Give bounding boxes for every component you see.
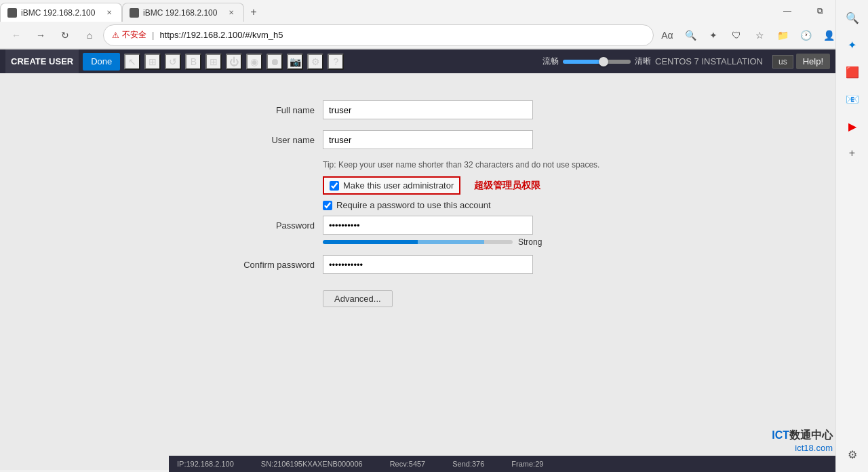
cursor-icon[interactable]: ↖ bbox=[124, 54, 140, 70]
lang-button[interactable]: us bbox=[772, 55, 793, 68]
tab-bar-row: iBMC 192.168.2.100 ✕ iBMC 192.168.2.100 … bbox=[0, 0, 868, 22]
quality-label-left: 流畅 bbox=[542, 56, 559, 67]
username-tip: Tip: Keep your user name shorter than 32… bbox=[323, 160, 608, 170]
tabs-container: iBMC 192.168.2.100 ✕ iBMC 192.168.2.100 … bbox=[0, 0, 772, 22]
watermark-rest-text: 数通中心 bbox=[789, 429, 833, 441]
full-name-input[interactable] bbox=[323, 100, 533, 119]
forward-button[interactable]: → bbox=[30, 24, 52, 46]
watermark-line1: ICT数通中心 bbox=[772, 429, 833, 443]
sidebar-add-icon[interactable]: + bbox=[840, 141, 865, 165]
user-name-row: User name bbox=[228, 130, 608, 149]
user-name-input[interactable] bbox=[323, 130, 533, 149]
reload-button[interactable]: ↻ bbox=[54, 24, 76, 46]
history-button[interactable]: 🕐 bbox=[795, 24, 816, 46]
full-name-label: Full name bbox=[228, 105, 323, 115]
tab-close-2[interactable]: ✕ bbox=[226, 7, 237, 18]
advanced-button[interactable]: Advanced... bbox=[323, 290, 393, 307]
confirm-password-row: Confirm password bbox=[228, 255, 608, 274]
admin-checkbox[interactable] bbox=[330, 181, 339, 191]
watermark: ICT数通中心 ict18.com bbox=[772, 429, 833, 453]
favorites-button[interactable]: ☆ bbox=[749, 24, 770, 46]
collections-button[interactable]: 📁 bbox=[772, 24, 793, 46]
back-button[interactable]: ← bbox=[5, 24, 27, 46]
status-bar: IP:192.168.2.100 SN:2106195KXAXENB000006… bbox=[169, 456, 835, 472]
admin-checkbox-box: Make this user administrator bbox=[323, 176, 460, 195]
refresh-icon[interactable]: ↺ bbox=[165, 54, 181, 70]
password-label: Password bbox=[228, 220, 323, 231]
status-sn: SN:2106195KXAXENB000006 bbox=[261, 460, 363, 468]
sidebar-search-icon[interactable]: 🔍 bbox=[840, 5, 865, 30]
url-separator: | bbox=[152, 30, 154, 40]
tab-close-1[interactable]: ✕ bbox=[104, 7, 115, 18]
status-recv: Recv:5457 bbox=[390, 460, 426, 468]
status-send: Send:376 bbox=[452, 460, 484, 468]
kvm-toolbar: CREATE USER Done ↖ ⊞ ↺ B ⊞ ⏻ ◉ ⏺ 📷 ⚙ ? 流… bbox=[0, 50, 835, 73]
lang-help-container: us Help! bbox=[772, 54, 830, 69]
browser-essentials-button[interactable]: 🛡 bbox=[726, 24, 747, 46]
grid-icon[interactable]: ⊞ bbox=[205, 54, 222, 70]
confirm-password-input[interactable] bbox=[323, 255, 533, 274]
sidebar-bottom: ⚙ bbox=[840, 442, 865, 467]
help-icon-kvm[interactable]: ? bbox=[328, 54, 344, 70]
browser-tab-1[interactable]: iBMC 192.168.2.100 ✕ bbox=[0, 3, 122, 22]
browser-tab-2[interactable]: iBMC 192.168.2.100 ✕ bbox=[122, 3, 244, 22]
media-icon[interactable]: ◉ bbox=[246, 54, 262, 70]
full-name-row: Full name bbox=[228, 100, 608, 119]
record-icon[interactable]: ⏺ bbox=[267, 54, 283, 70]
watermark-line2: ict18.com bbox=[772, 443, 833, 453]
home-button[interactable]: ⌂ bbox=[79, 24, 100, 46]
sidebar-copilot-icon[interactable]: ✦ bbox=[840, 33, 865, 57]
require-password-label[interactable]: Require a password to use this account bbox=[336, 200, 491, 210]
bold-icon[interactable]: B bbox=[185, 54, 201, 70]
password-row: Password bbox=[228, 216, 608, 235]
sidebar-youtube-icon[interactable]: ▶ bbox=[840, 114, 865, 138]
new-tab-button[interactable]: + bbox=[244, 3, 263, 22]
sidebar-gear-icon[interactable]: ⚙ bbox=[840, 442, 865, 467]
toolbar-icons: Aα 🔍 ✦ 🛡 ☆ 📁 🕐 👤 ⋯ bbox=[656, 24, 863, 46]
form-table: Full name User name Tip: Keep your user … bbox=[228, 100, 608, 307]
admin-checkbox-label[interactable]: Make this user administrator bbox=[343, 180, 454, 191]
security-warning: ⚠ 不安全 bbox=[112, 29, 146, 41]
user-name-label: User name bbox=[228, 135, 323, 145]
tab-favicon-1 bbox=[7, 8, 17, 18]
section-title: CREATE USER bbox=[5, 50, 79, 73]
security-label: 不安全 bbox=[122, 29, 146, 41]
strength-label: Strong bbox=[518, 237, 542, 247]
quality-slider-container: 流畅 清晰 bbox=[542, 56, 651, 67]
maximize-button[interactable]: ⧉ bbox=[804, 0, 835, 22]
watermark-ict-text: ICT bbox=[772, 429, 789, 441]
right-sidebar: 🔍 ✦ 🟥 📧 ▶ + ⚙ bbox=[835, 0, 868, 472]
power-icon[interactable]: ⏻ bbox=[226, 54, 242, 70]
address-bar-row: ← → ↻ ⌂ ⚠ 不安全 | https://192.168.2.100/#/… bbox=[0, 22, 868, 49]
settings-icon[interactable]: ⚙ bbox=[307, 54, 323, 70]
quality-label-right: 清晰 bbox=[635, 56, 651, 67]
password-strength-row: Strong bbox=[323, 237, 608, 247]
read-aloud-button[interactable]: Aα bbox=[656, 24, 678, 46]
require-password-checkbox[interactable] bbox=[323, 201, 332, 210]
address-bar[interactable]: ⚠ 不安全 | https://192.168.2.100/#/kvm_h5 bbox=[103, 24, 654, 46]
copilot-button[interactable]: ✦ bbox=[703, 24, 724, 46]
warning-icon: ⚠ bbox=[112, 31, 119, 40]
strength-bar bbox=[323, 240, 513, 244]
page-subtitle: CENTOS 7 INSTALLATION bbox=[655, 56, 768, 66]
help-button[interactable]: Help! bbox=[796, 54, 830, 69]
screen-icon[interactable]: ⊞ bbox=[144, 54, 161, 70]
url-text: https://192.168.2.100/#/kvm_h5 bbox=[159, 30, 645, 40]
require-password-container: Require a password to use this account bbox=[323, 200, 491, 210]
status-ip: IP:192.168.2.100 bbox=[177, 460, 234, 468]
tab-favicon-2 bbox=[130, 8, 139, 18]
password-input[interactable] bbox=[323, 216, 533, 235]
tab-title-2: iBMC 192.168.2.100 bbox=[143, 8, 222, 18]
done-button[interactable]: Done bbox=[83, 53, 120, 71]
sidebar-apps-icon[interactable]: 🟥 bbox=[840, 60, 865, 84]
minimize-button[interactable]: — bbox=[772, 0, 803, 22]
kvm-frame: CREATE USER Done ↖ ⊞ ↺ B ⊞ ⏻ ◉ ⏺ 📷 ⚙ ? 流… bbox=[0, 50, 835, 470]
screenshot-icon[interactable]: 📷 bbox=[287, 54, 303, 70]
browser-chrome: iBMC 192.168.2.100 ✕ iBMC 192.168.2.100 … bbox=[0, 0, 868, 50]
search-button[interactable]: 🔍 bbox=[679, 24, 701, 46]
require-password-row: Require a password to use this account bbox=[323, 200, 608, 210]
slider-thumb bbox=[599, 57, 608, 66]
confirm-password-label: Confirm password bbox=[228, 260, 323, 270]
quality-slider[interactable] bbox=[563, 60, 631, 64]
sidebar-outlook-icon[interactable]: 📧 bbox=[840, 87, 865, 111]
